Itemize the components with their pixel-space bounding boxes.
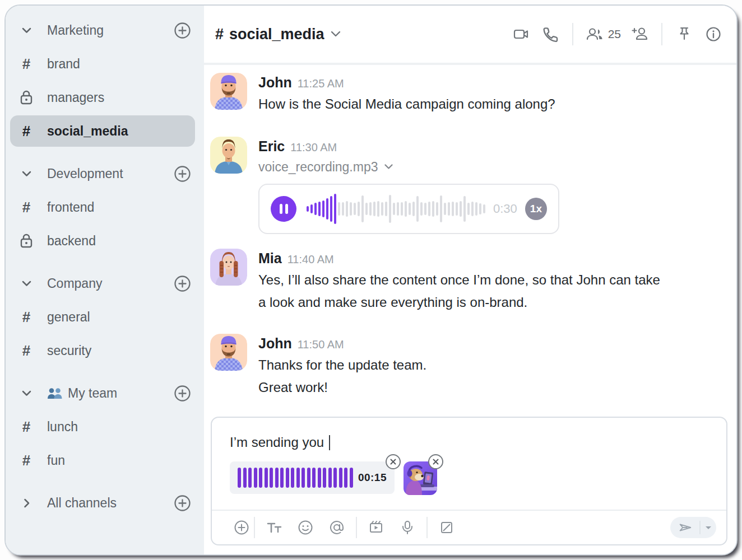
hash-icon: # <box>22 123 30 140</box>
message-time: 11:50 AM <box>298 335 344 354</box>
voice-call-button[interactable] <box>540 24 561 45</box>
chevron-down-icon[interactable] <box>21 280 32 287</box>
add-channel-button[interactable] <box>173 494 191 512</box>
sidebar-section-all-channels[interactable]: All channels <box>6 486 204 520</box>
hash-icon: # <box>22 199 30 216</box>
divider <box>426 517 428 538</box>
sidebar-item-label: managers <box>47 90 104 105</box>
composer-toolbar <box>212 510 726 544</box>
playback-speed-button[interactable]: 1x <box>525 198 547 220</box>
message-time: 11:30 AM <box>290 138 337 157</box>
sidebar-item-social-media[interactable]: #social_media <box>6 114 204 148</box>
add-channel-button[interactable] <box>173 165 191 183</box>
message-composer: I’m sending you 00:15 <box>211 417 727 545</box>
message-text: Yes, I’ll also share the content once I’… <box>258 269 660 291</box>
pin-icon <box>675 25 694 44</box>
add-channel-button[interactable] <box>173 274 191 292</box>
hash-icon: # <box>22 342 30 360</box>
close-icon <box>433 459 439 465</box>
members-button[interactable]: 25 <box>585 25 621 44</box>
sidebar-item-managers[interactable]: managers <box>6 81 204 114</box>
chevron-down-icon[interactable] <box>21 27 32 34</box>
mention-icon <box>328 519 345 536</box>
sidebar-spacer <box>6 477 204 486</box>
sidebar-section-development[interactable]: Development <box>6 157 204 190</box>
sidebar-section-my-team[interactable]: My team <box>6 376 204 410</box>
pause-button[interactable] <box>271 196 296 222</box>
add-member-button[interactable] <box>629 24 650 45</box>
pinned-messages-button[interactable] <box>674 24 695 45</box>
remove-voice-attachment-button[interactable] <box>386 454 401 469</box>
message: John 11:25 AM How is the Social Media ca… <box>210 73 723 115</box>
team-icon <box>47 388 63 399</box>
send-options-button[interactable] <box>701 517 716 538</box>
sidebar-item-lunch[interactable]: #lunch <box>6 410 204 444</box>
hash-icon: # <box>22 418 30 436</box>
emoji-button[interactable] <box>293 515 318 540</box>
close-icon <box>390 459 396 465</box>
channel-title-dropdown[interactable]: # social_media <box>215 26 341 43</box>
text-format-button[interactable] <box>262 515 286 540</box>
audio-duration: 0:30 <box>493 202 517 216</box>
attach-button[interactable] <box>229 515 254 540</box>
sidebar-item-label: general <box>47 310 90 325</box>
sidebar-item-security[interactable]: #security <box>6 334 204 367</box>
microphone-icon <box>399 519 416 536</box>
video-camera-icon <box>512 25 531 44</box>
canvas-button[interactable] <box>434 515 459 540</box>
lock-icon <box>19 233 34 249</box>
sidebar-item-general[interactable]: #general <box>6 300 204 334</box>
sidebar-item-label: security <box>47 343 91 358</box>
sidebar-spacer <box>6 367 204 376</box>
sidebar-item-label: backend <box>47 234 96 249</box>
plus-icon <box>174 385 191 402</box>
channel-info-button[interactable] <box>703 24 724 45</box>
sidebar-item-brand[interactable]: #brand <box>6 47 204 81</box>
slash-square-icon <box>438 519 455 536</box>
sidebar-item-label: fun <box>47 453 65 468</box>
sidebar-section-marketing[interactable]: Marketing <box>6 13 204 47</box>
message: Mia 11:40 AM Yes, I’ll also share the co… <box>210 249 723 314</box>
add-channel-button[interactable] <box>173 384 191 402</box>
message-time: 11:40 AM <box>287 250 334 269</box>
message-input[interactable]: I’m sending you <box>230 435 454 450</box>
avatar-john <box>210 334 247 371</box>
sidebar-item-fun[interactable]: #fun <box>6 444 204 477</box>
attachment-row: 00:15 <box>230 461 437 495</box>
divider <box>572 23 573 45</box>
sidebar-section-label: Development <box>47 166 123 181</box>
chevron-down-icon[interactable] <box>21 390 32 397</box>
remove-image-attachment-button[interactable] <box>428 454 443 469</box>
sidebar-item-frontend[interactable]: #frontend <box>6 190 204 224</box>
video-call-button[interactable] <box>511 24 532 45</box>
plus-icon <box>174 275 191 292</box>
chevron-down-icon[interactable] <box>21 170 32 178</box>
sidebar-section-company[interactable]: Company <box>6 267 204 300</box>
person-add-icon <box>629 25 650 44</box>
chevron-right-icon[interactable] <box>23 498 30 508</box>
attachment-filename-dropdown[interactable]: voice_recording.mp3 <box>258 157 559 177</box>
sidebar-spacer <box>6 148 204 157</box>
voice-record-button[interactable] <box>395 515 420 540</box>
divider <box>661 23 662 45</box>
plus-icon <box>174 165 191 183</box>
sidebar-item-label: lunch <box>47 419 78 435</box>
avatar-eric <box>210 137 247 174</box>
image-attachment[interactable] <box>404 461 437 495</box>
members-icon <box>585 25 605 44</box>
audio-player: 0:30 1x <box>258 184 559 234</box>
send-icon <box>677 520 693 535</box>
chevron-down-icon <box>384 164 393 170</box>
voice-attachment[interactable]: 00:15 <box>230 461 395 494</box>
draft-text: I’m sending you <box>230 435 324 450</box>
send-button[interactable] <box>670 517 699 538</box>
video-clip-button[interactable] <box>364 515 388 540</box>
emoji-icon <box>297 519 314 536</box>
audio-waveform[interactable] <box>307 192 485 226</box>
message: Eric 11:30 AM voice_recording.mp3 0:30 1… <box>210 137 723 234</box>
sidebar-section-label: Marketing <box>47 23 104 38</box>
add-channel-button[interactable] <box>173 21 191 39</box>
message-author: John <box>258 334 292 353</box>
mention-button[interactable] <box>324 515 349 540</box>
sidebar-item-backend[interactable]: backend <box>6 224 204 258</box>
